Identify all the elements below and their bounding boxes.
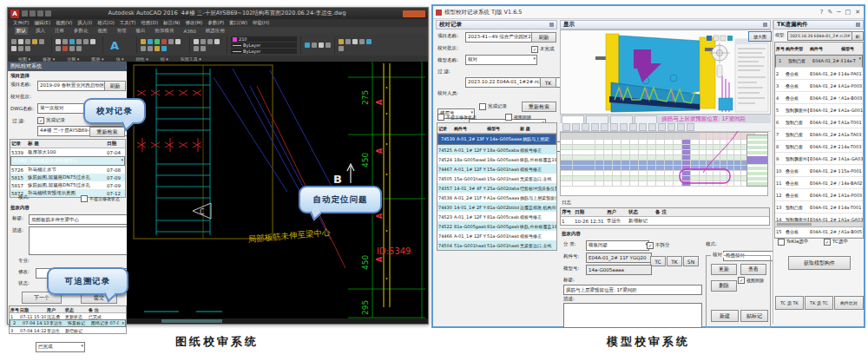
sheet-cell[interactable] xyxy=(734,133,741,140)
sheet-cell[interactable] xyxy=(648,181,656,187)
project-select[interactable]: 2023-41~49 综合产业园区2#-02栋 xyxy=(465,32,537,43)
ribbon-group-label-1[interactable]: 修改 ▾ xyxy=(43,56,55,62)
title-input[interactable]: 局部板筋未伸至梁中心 xyxy=(29,214,128,225)
sheet-cell[interactable] xyxy=(727,181,734,187)
sheet-cell[interactable] xyxy=(713,133,720,140)
table-row[interactable]: 5815纵筋如图,留规格DN75过水孔07-09 xyxy=(10,174,125,181)
sheet-cell[interactable] xyxy=(613,181,621,187)
ribbon-tab-3[interactable]: 参数化 xyxy=(72,27,90,35)
palette-titlebar[interactable]: 图纸校对系统 ✕ xyxy=(8,62,132,71)
ribbon-group-group[interactable] xyxy=(301,36,335,54)
sheet-cell[interactable] xyxy=(700,133,707,140)
save-icon[interactable] xyxy=(22,10,28,16)
ribbon-group-label-0[interactable]: 绘图 ▾ xyxy=(18,56,30,62)
model-number-input[interactable]: 14a-G005aaaa xyxy=(586,265,652,275)
ribbon-group-label-3[interactable]: 图层 ▾ xyxy=(91,56,103,62)
ribbon-tab-4[interactable]: 视图 xyxy=(96,27,109,35)
get-components-button[interactable]: 获取模型构件 xyxy=(788,256,851,270)
ribbon-group-block[interactable] xyxy=(190,36,227,54)
refresh-button[interactable]: 刷新 xyxy=(104,81,126,91)
signin-badge[interactable] xyxy=(403,10,425,17)
color-dropdown[interactable]: 210 xyxy=(231,36,297,42)
sheet-cell[interactable] xyxy=(621,181,630,187)
enlarge-view-button[interactable]: 放大图 xyxy=(748,31,772,42)
sheet-cell[interactable] xyxy=(595,133,604,140)
tk-model-value[interactable]: 2023.10.26 E04A-01_2#.rcZIP xyxy=(787,31,855,41)
menu-item-5[interactable]: 工具(T) xyxy=(120,20,136,26)
component-input[interactable]: E04A-01_2# 11F YGQ20 xyxy=(586,253,652,263)
edit-icon[interactable]: ✎ xyxy=(827,10,832,16)
research-button[interactable]: 重新检索 xyxy=(89,127,125,137)
tc-select-checkbox[interactable]: TC选中 xyxy=(824,239,848,246)
research-button[interactable]: 重新检索 xyxy=(522,102,556,112)
sheet-cell[interactable] xyxy=(691,181,700,187)
batch-select[interactable]: 校对 xyxy=(465,55,537,65)
view-tab-3[interactable] xyxy=(610,115,633,123)
close-button[interactable]: ✕ xyxy=(855,10,860,16)
update-button[interactable]: 更新 xyxy=(711,264,737,275)
ribbon-group-label-2[interactable]: 注释 ▾ xyxy=(67,56,79,62)
new-button[interactable]: 新建 xyxy=(711,310,739,322)
sheet-cell[interactable] xyxy=(648,133,656,140)
text-tool-icon[interactable]: A xyxy=(107,37,122,53)
tekla-select-checkbox[interactable]: TeKla选中 xyxy=(778,239,808,246)
table-row[interactable]: 7450451a-G001haaba51a-G001haaba无梁窗边口,全线 xyxy=(437,240,556,250)
sheet-cell[interactable] xyxy=(713,181,720,187)
table-row[interactable]: 74466A-01_1# 12F YGC51a-G001haaba模板号修正 xyxy=(437,231,556,240)
category-select[interactable]: 模板问题 xyxy=(586,240,649,251)
help-icon[interactable]: ? xyxy=(820,10,824,16)
menu-item-10[interactable]: 窗口(W) xyxy=(229,20,247,26)
sheet-cell[interactable] xyxy=(656,181,665,187)
table-row[interactable]: 13预制凸窗E04A-01_2# 8F Y..14a-T001 xyxy=(775,201,863,213)
table-row[interactable]: 7452281a-G005gaaba81a-G005gaaba纵筋,外补板覆盖1… xyxy=(437,221,556,231)
table-row[interactable]: 7443014-01_1# 2F YGC81a-G002bbbda边覆盖模改,机… xyxy=(437,202,556,212)
pin-icon[interactable] xyxy=(763,23,767,27)
tk-button[interactable]: TK xyxy=(540,77,556,88)
ribbon-group-labels[interactable]: 绘图 ▾修改 ▾注释 ▾图层 ▾块 ▾特性 ▾组 ▾实用工具 ▾ xyxy=(8,56,428,62)
model-3d-viewport[interactable] xyxy=(560,30,771,115)
sheet-cell[interactable] xyxy=(630,181,639,187)
sheet-cell[interactable] xyxy=(639,133,648,140)
del-button[interactable]: 删除 xyxy=(711,280,737,292)
ribbon-tab-2[interactable]: 注释 xyxy=(53,27,66,35)
ribbon-tab-5[interactable]: 管理 xyxy=(115,27,128,35)
table-row[interactable]: 7435714-01_3# 4F YGC25a-G002dabaa增剪标冲洗设备… xyxy=(437,183,556,193)
sheet-cell[interactable] xyxy=(700,181,707,187)
menu-item-3[interactable]: 插入(I) xyxy=(77,20,92,26)
sn-button[interactable]: SN xyxy=(683,256,699,266)
ribbon-tab-0[interactable]: 默认 xyxy=(15,27,28,35)
redo-icon[interactable] xyxy=(37,10,43,16)
tk-button[interactable]: TK xyxy=(667,256,682,266)
sheet-cell[interactable] xyxy=(682,133,691,140)
sheet-cell[interactable] xyxy=(665,181,674,187)
table-row[interactable]: 2叠合板E04A-01_2# 9F Y..14a-PA01 xyxy=(775,68,863,80)
table-row[interactable]: 12叠合板E04A-01_2# 11F..A1a-P003 xyxy=(775,189,863,201)
ribbon-tab-8[interactable]: A360 xyxy=(182,28,198,35)
table-row[interactable]: 5339板厚加大10007-04 xyxy=(10,148,125,156)
table-row[interactable]: 7452418a-G005waaba18a-G005xaaba纵筋,外补板覆盖1… xyxy=(437,154,556,164)
menu-item-6[interactable]: 绘图(D) xyxy=(141,20,159,26)
table-row[interactable]: 7预制凸窗E04A-01_2# 2F Y..A1a-TA03 xyxy=(775,128,863,141)
title-input[interactable]: 插筋与上层梁预留位置: 1F梁间距 xyxy=(563,285,702,295)
tk-to-tc-button[interactable]: TK 选 TC xyxy=(805,296,833,310)
pin-icon[interactable] xyxy=(856,23,860,27)
ribbon-tab-1[interactable]: 插入 xyxy=(34,27,47,35)
table-row[interactable]: 5726补马桶止水节07-08 xyxy=(10,166,125,174)
table-row[interactable]: 6预制凸窗E04A-01_2# 5F Y..A1a-T001 xyxy=(775,116,863,128)
ribbon-group-annotate[interactable]: A xyxy=(103,36,137,54)
ribbon-group-label-5[interactable]: 特性 ▾ xyxy=(136,56,148,62)
sheet-cell[interactable] xyxy=(674,133,682,140)
sheet-cell[interactable] xyxy=(604,133,613,140)
sheet-cell[interactable] xyxy=(561,181,573,187)
table-row[interactable]: 74523A-01_1# 12F YGC81a-G005caaba模板号修正 xyxy=(437,212,556,221)
view-tab-1[interactable] xyxy=(562,115,584,123)
sheet-cell[interactable] xyxy=(727,133,734,140)
menu-item-2[interactable]: 视图(V) xyxy=(56,20,72,26)
quick-access-toolbar[interactable] xyxy=(22,10,51,16)
menu-bar[interactable]: 文件(F)编辑(E)视图(V)插入(I)格式(O)工具(T)绘图(D)标注(N)… xyxy=(8,19,428,27)
menu-item-0[interactable]: 文件(F) xyxy=(13,20,29,26)
sheet-cell[interactable] xyxy=(630,133,639,140)
sheet-toolbar[interactable] xyxy=(560,123,771,132)
sheet-cell[interactable] xyxy=(707,133,713,140)
menu-item-11[interactable]: 帮助(H) xyxy=(253,20,269,26)
